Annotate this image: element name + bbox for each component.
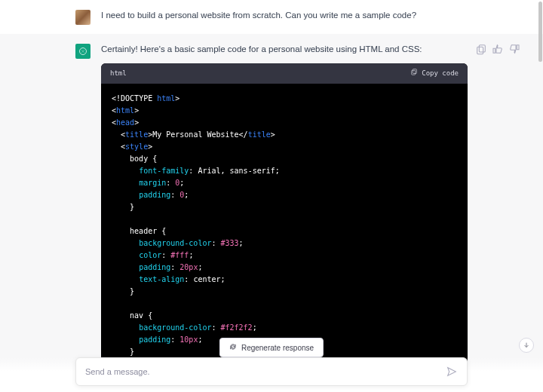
thumbs-up-icon[interactable] (492, 43, 504, 55)
regenerate-icon (229, 343, 237, 352)
scrollbar-thumb[interactable] (538, 2, 542, 62)
copy-message-icon[interactable] (475, 43, 487, 55)
user-message-row: I need to build a personal website from … (0, 0, 543, 34)
message-input[interactable] (85, 367, 446, 376)
composer-area (0, 357, 543, 392)
clipboard-icon (410, 68, 418, 79)
assistant-avatar (75, 44, 90, 59)
arrow-down-icon (523, 338, 530, 352)
svg-rect-3 (479, 45, 485, 52)
code-block-header: html Copy code (101, 63, 468, 84)
chat-scroll-area: I need to build a personal website from … (0, 0, 543, 392)
thumbs-down-icon[interactable] (508, 43, 520, 55)
svg-rect-2 (412, 71, 416, 75)
message-composer[interactable] (75, 357, 468, 386)
svg-rect-4 (477, 47, 483, 54)
send-icon (446, 367, 458, 380)
assistant-message-text: Certainly! Here's a basic sample code fo… (101, 43, 468, 56)
regenerate-response-button[interactable]: Regenerate response (219, 338, 324, 357)
copy-code-label: Copy code (422, 69, 459, 79)
user-avatar (75, 10, 90, 25)
user-message-text: I need to build a personal website from … (101, 9, 468, 25)
svg-rect-1 (413, 69, 417, 74)
scrollbar-track[interactable] (538, 0, 543, 392)
scroll-to-bottom-button[interactable] (519, 338, 534, 353)
code-lang-label: html (110, 69, 127, 79)
send-button[interactable] (446, 366, 458, 378)
regenerate-label: Regenerate response (241, 344, 314, 352)
copy-code-button[interactable]: Copy code (410, 68, 459, 79)
